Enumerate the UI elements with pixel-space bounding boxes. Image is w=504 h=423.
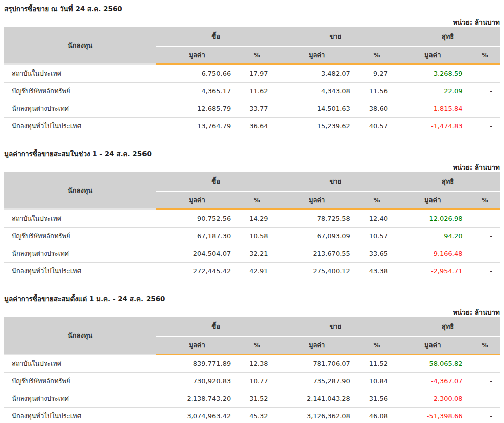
sell-column-header: ขาย	[276, 317, 396, 336]
section-month-to-date: มูลค่าการซื้อขายสะสมในช่วง 1 - 24 ส.ค. 2…	[4, 149, 500, 280]
buy-value: 4,365.17	[156, 83, 238, 100]
buy-percent: 12.38	[238, 355, 275, 373]
investor-name: บัญชีบริษัทหลักทรัพย์	[4, 83, 156, 100]
net-percent: -	[470, 65, 500, 83]
section-title: มูลค่าการซื้อขายสะสมตั้งแต่ 1 ม.ค. - 24 …	[4, 294, 500, 303]
sell-percent: 11.56	[358, 83, 395, 100]
net-column-header: สุทธิ	[395, 317, 500, 336]
buy-percent: 10.77	[238, 373, 275, 390]
net-value: -9,166.48	[395, 245, 470, 263]
sell-value: 735,287.90	[276, 373, 358, 390]
sell-percent: 46.08	[358, 408, 395, 423]
investor-name: บัญชีบริษัทหลักทรัพย์	[4, 373, 156, 390]
buy-value: 204,504.07	[156, 245, 238, 263]
trading-summary-page: สรุปการซื้อขาย ณ วันที่ 24 ส.ค. 2560 หน่…	[0, 0, 504, 423]
net-value: 3,268.59	[395, 65, 470, 83]
net-value: 58,065.82	[395, 355, 470, 373]
net-value-subheader: มูลค่า	[395, 46, 470, 65]
buy-column-header: ซื้อ	[156, 27, 276, 46]
table-row: นักลงทุนต่างประเทศ 204,504.07 32.21 213,…	[4, 245, 500, 263]
sell-value: 78,725.58	[276, 210, 358, 228]
table-row: บัญชีบริษัทหลักทรัพย์ 4,365.17 11.62 4,3…	[4, 83, 500, 100]
investor-name: นักลงทุนทั่วไปในประเทศ	[4, 118, 156, 135]
investor-column-header: นักลงทุน	[4, 27, 156, 65]
buy-value-subheader: มูลค่า	[156, 336, 238, 355]
table-row: นักลงทุนทั่วไปในประเทศ 13,764.79 36.64 1…	[4, 118, 500, 135]
sell-value: 67,093.09	[276, 228, 358, 245]
net-percent: -	[470, 263, 500, 280]
sell-value: 14,501.63	[276, 100, 358, 118]
investor-name: นักลงทุนต่างประเทศ	[4, 100, 156, 118]
sell-percent: 12.40	[358, 210, 395, 228]
section-title: สรุปการซื้อขาย ณ วันที่ 24 ส.ค. 2560	[4, 4, 500, 13]
buy-percent: 32.21	[238, 245, 275, 263]
buy-value: 67,187.30	[156, 228, 238, 245]
net-value: -2,954.71	[395, 263, 470, 280]
table-row: นักลงทุนทั่วไปในประเทศ 3,074,963.42 45.3…	[4, 408, 500, 423]
table-row: บัญชีบริษัทหลักทรัพย์ 730,920.83 10.77 7…	[4, 373, 500, 390]
sell-value-subheader: มูลค่า	[276, 191, 358, 210]
buy-percent: 10.58	[238, 228, 275, 245]
net-percent: -	[470, 408, 500, 423]
buy-value: 730,920.83	[156, 373, 238, 390]
sell-value: 275,400.12	[276, 263, 358, 280]
buy-value-subheader: มูลค่า	[156, 191, 238, 210]
month-to-date-table: นักลงทุน ซื้อ ขาย สุทธิ มูลค่า % มูลค่า …	[4, 172, 500, 280]
net-value: -2,300.08	[395, 390, 470, 408]
unit-label: หน่วย: ล้านบาท	[4, 308, 500, 317]
net-value: 22.09	[395, 83, 470, 100]
table-row: สถาบันในประเทศ 90,752.56 14.29 78,725.58…	[4, 210, 500, 228]
sell-value-subheader: มูลค่า	[276, 336, 358, 355]
section-year-to-date: มูลค่าการซื้อขายสะสมตั้งแต่ 1 ม.ค. - 24 …	[4, 294, 500, 423]
buy-value: 2,138,743.20	[156, 390, 238, 408]
sell-percent-subheader: %	[358, 336, 395, 355]
sell-percent: 40.57	[358, 118, 395, 135]
net-percent: -	[470, 373, 500, 390]
investor-column-header: นักลงทุน	[4, 172, 156, 210]
buy-percent: 33.77	[238, 100, 275, 118]
sell-value: 781,706.07	[276, 355, 358, 373]
net-value: -51,398.66	[395, 408, 470, 423]
table-row: สถาบันในประเทศ 6,750.66 17.97 3,482.07 9…	[4, 65, 500, 83]
net-value: -1,815.84	[395, 100, 470, 118]
net-percent: -	[470, 210, 500, 228]
investor-name: บัญชีบริษัทหลักทรัพย์	[4, 228, 156, 245]
section-daily-summary: สรุปการซื้อขาย ณ วันที่ 24 ส.ค. 2560 หน่…	[4, 4, 500, 135]
net-percent-subheader: %	[470, 336, 500, 355]
sell-percent: 11.52	[358, 355, 395, 373]
sell-percent-subheader: %	[358, 46, 395, 65]
net-percent: -	[470, 228, 500, 245]
buy-column-header: ซื้อ	[156, 172, 276, 191]
buy-percent-subheader: %	[238, 46, 275, 65]
investor-name: นักลงทุนทั่วไปในประเทศ	[4, 263, 156, 280]
investor-name: สถาบันในประเทศ	[4, 355, 156, 373]
net-percent: -	[470, 83, 500, 100]
buy-percent: 11.62	[238, 83, 275, 100]
investor-name: นักลงทุนต่างประเทศ	[4, 245, 156, 263]
net-percent-subheader: %	[470, 46, 500, 65]
year-to-date-table: นักลงทุน ซื้อ ขาย สุทธิ มูลค่า % มูลค่า …	[4, 317, 500, 423]
investor-column-header: นักลงทุน	[4, 317, 156, 355]
net-value-subheader: มูลค่า	[395, 336, 470, 355]
buy-value: 6,750.66	[156, 65, 238, 83]
buy-value: 3,074,963.42	[156, 408, 238, 423]
buy-percent: 36.64	[238, 118, 275, 135]
sell-column-header: ขาย	[276, 27, 396, 46]
sell-value: 2,141,043.28	[276, 390, 358, 408]
buy-value: 272,445.42	[156, 263, 238, 280]
sell-percent: 10.57	[358, 228, 395, 245]
net-percent: -	[470, 100, 500, 118]
table-row: นักลงทุนทั่วไปในประเทศ 272,445.42 42.91 …	[4, 263, 500, 280]
buy-percent: 14.29	[238, 210, 275, 228]
buy-value: 13,764.79	[156, 118, 238, 135]
buy-percent: 17.97	[238, 65, 275, 83]
sell-value: 3,126,362.08	[276, 408, 358, 423]
sell-percent: 43.38	[358, 263, 395, 280]
sell-value: 213,670.55	[276, 245, 358, 263]
sell-value-subheader: มูลค่า	[276, 46, 358, 65]
sell-percent: 10.84	[358, 373, 395, 390]
buy-column-header: ซื้อ	[156, 317, 276, 336]
sell-percent: 9.27	[358, 65, 395, 83]
net-value: -1,474.83	[395, 118, 470, 135]
buy-percent: 42.91	[238, 263, 275, 280]
